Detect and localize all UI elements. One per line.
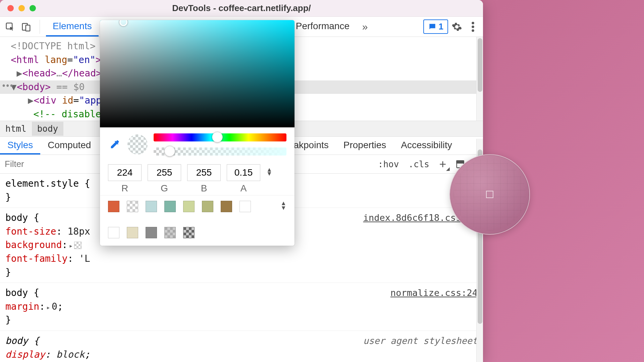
expand-toggle[interactable]: ▶ bbox=[16, 67, 22, 80]
subtab-accessibility[interactable]: Accessibility bbox=[393, 137, 459, 155]
prop-value[interactable]: 0 bbox=[52, 301, 57, 312]
swatch[interactable] bbox=[108, 201, 119, 212]
separator bbox=[40, 20, 40, 34]
swatch[interactable] bbox=[221, 201, 232, 212]
eyedropper-icon[interactable] bbox=[108, 138, 121, 151]
swatch[interactable] bbox=[127, 201, 138, 212]
expand-icon[interactable]: ▸ bbox=[45, 303, 52, 311]
tab-performance[interactable]: Performance bbox=[289, 17, 356, 37]
svg-point-5 bbox=[472, 29, 474, 32]
hue-thumb[interactable] bbox=[212, 132, 223, 142]
subtab-styles[interactable]: Styles bbox=[0, 137, 40, 155]
issues-count: 1 bbox=[439, 21, 443, 32]
prop-value[interactable]: 'L bbox=[79, 253, 90, 264]
prop-name[interactable]: background bbox=[5, 239, 62, 250]
prop-value: block bbox=[56, 349, 85, 360]
swatch[interactable] bbox=[239, 201, 251, 212]
rule-body-ua[interactable]: user agent stylesheet body { display: bl… bbox=[0, 331, 483, 362]
crumb-body[interactable]: body bbox=[32, 122, 64, 136]
selector: body bbox=[5, 287, 28, 298]
panel-tabs: Elements bbox=[46, 17, 99, 37]
close-window-button[interactable] bbox=[7, 5, 14, 11]
svg-rect-2 bbox=[26, 25, 30, 31]
g-label: G bbox=[161, 183, 168, 194]
cls-toggle[interactable]: .cls bbox=[406, 158, 432, 171]
svg-rect-7 bbox=[457, 161, 464, 163]
b-input[interactable] bbox=[187, 164, 221, 181]
saturation-field[interactable] bbox=[100, 20, 294, 127]
swatch[interactable] bbox=[146, 227, 157, 238]
swatch[interactable] bbox=[146, 201, 157, 212]
swatch[interactable] bbox=[108, 227, 119, 238]
panel-tabs-right: Performance bbox=[289, 17, 356, 37]
chevron-down-icon[interactable]: ▼ bbox=[266, 172, 272, 176]
source-label: user agent stylesheet bbox=[363, 334, 478, 347]
expand-icon[interactable]: ▸ bbox=[67, 242, 74, 250]
more-options-icon[interactable] bbox=[466, 19, 480, 34]
titlebar: DevTools - coffee-cart.netlify.app/ bbox=[0, 0, 483, 17]
settings-icon[interactable] bbox=[449, 19, 464, 34]
devtools-window: DevTools - coffee-cart.netlify.app/ Elem… bbox=[0, 0, 483, 362]
dom-doctype: <!DOCTYPE html> bbox=[11, 41, 96, 52]
swatch[interactable] bbox=[183, 201, 195, 212]
minimize-window-button[interactable] bbox=[18, 5, 25, 11]
source-link[interactable]: normalize.css:24 bbox=[390, 286, 478, 299]
alpha-slider[interactable] bbox=[154, 147, 286, 156]
swatch[interactable] bbox=[164, 227, 176, 238]
alpha-thumb[interactable] bbox=[164, 146, 175, 157]
expand-toggle[interactable]: ▶ bbox=[28, 94, 34, 108]
selector: element.style bbox=[5, 178, 79, 189]
inspect-element-icon[interactable] bbox=[3, 19, 17, 34]
swatch-set-switcher[interactable]: ▲ ▼ bbox=[280, 201, 286, 210]
color-preview bbox=[127, 134, 148, 155]
color-picker-popover: R G B A ▲ ▼ bbox=[100, 20, 294, 246]
r-input[interactable] bbox=[108, 164, 142, 181]
window-controls bbox=[0, 5, 36, 11]
swatch[interactable] bbox=[127, 227, 138, 238]
prop-name: display bbox=[5, 349, 45, 360]
prop-name[interactable]: font-size bbox=[5, 226, 56, 237]
a-label: A bbox=[240, 183, 247, 194]
hue-slider[interactable] bbox=[154, 133, 286, 141]
chevron-down-icon[interactable]: ▼ bbox=[280, 205, 286, 210]
selector: body bbox=[5, 212, 28, 223]
a-input[interactable] bbox=[227, 164, 260, 181]
scroll-thumb[interactable] bbox=[478, 38, 482, 92]
b-label: B bbox=[201, 183, 207, 194]
selector: body bbox=[5, 335, 28, 346]
window-title: DevTools - coffee-cart.netlify.app/ bbox=[0, 3, 483, 13]
magnifier-crosshair bbox=[486, 191, 493, 198]
subtab-properties[interactable]: Properties bbox=[336, 137, 394, 155]
swatch[interactable] bbox=[183, 227, 195, 238]
format-switcher[interactable]: ▲ ▼ bbox=[266, 168, 272, 176]
zoom-window-button[interactable] bbox=[30, 5, 36, 11]
color-swatches: ▲ ▼ bbox=[100, 195, 294, 246]
rule-body-normalize[interactable]: normalize.css:24 body { margin:▸0; } bbox=[0, 283, 483, 331]
svg-point-4 bbox=[472, 25, 474, 28]
swatch[interactable] bbox=[202, 201, 213, 212]
more-actions-icon[interactable]: ••• bbox=[1, 80, 13, 92]
more-tabs-icon[interactable]: » bbox=[358, 19, 372, 34]
color-swatch[interactable] bbox=[74, 242, 82, 249]
prop-name[interactable]: font-family bbox=[5, 253, 67, 264]
saturation-cursor[interactable] bbox=[119, 20, 127, 26]
new-style-rule-button[interactable]: ◢ bbox=[436, 158, 449, 171]
svg-point-3 bbox=[472, 22, 474, 24]
tab-elements[interactable]: Elements bbox=[46, 17, 99, 37]
crumb-html[interactable]: html bbox=[0, 122, 32, 136]
hov-toggle[interactable]: :hov bbox=[375, 158, 402, 171]
g-input[interactable] bbox=[148, 164, 181, 181]
eyedropper-magnifier[interactable] bbox=[449, 154, 530, 235]
issues-badge[interactable]: 1 bbox=[423, 19, 448, 34]
device-toolbar-icon[interactable] bbox=[19, 19, 34, 34]
scrollbar-dom[interactable] bbox=[476, 37, 483, 121]
prop-name[interactable]: margin bbox=[5, 301, 39, 312]
swatch[interactable] bbox=[164, 201, 176, 212]
subtab-computed[interactable]: Computed bbox=[40, 137, 98, 155]
r-label: R bbox=[121, 183, 128, 194]
prop-value[interactable]: 18px bbox=[67, 226, 90, 237]
